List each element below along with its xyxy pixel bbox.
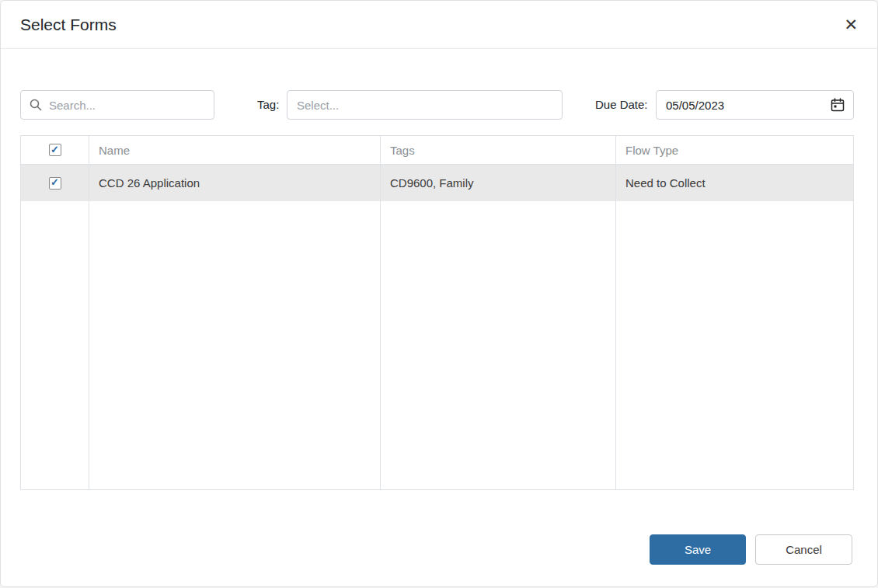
due-date-input[interactable]: [656, 90, 854, 120]
row-checkbox[interactable]: ✓: [49, 177, 61, 190]
table-header-row: ✓ Name Tags Flow Type: [21, 136, 853, 165]
cancel-button[interactable]: Cancel: [755, 534, 852, 565]
row-name-cell: CCD 26 Application: [89, 165, 381, 201]
close-button[interactable]: ✕: [844, 1, 858, 49]
row-flow-type-cell: Need to Collect: [616, 165, 853, 201]
column-header-name: Name: [89, 136, 381, 164]
due-date-label: Due Date:: [595, 90, 648, 120]
row-checkbox-cell: ✓: [21, 165, 89, 201]
dialog-header: Select Forms ✕: [1, 1, 877, 49]
save-button[interactable]: Save: [650, 534, 746, 565]
check-icon: ✓: [51, 144, 59, 155]
dialog-title: Select Forms: [20, 1, 117, 49]
column-header-tags: Tags: [381, 136, 616, 164]
column-header-flow-type: Flow Type: [616, 136, 853, 164]
search-input[interactable]: [20, 90, 214, 120]
tag-select-input[interactable]: [287, 90, 563, 120]
close-icon: ✕: [844, 16, 858, 34]
table-empty-area: [21, 201, 853, 489]
check-icon: ✓: [51, 177, 59, 187]
search-field-wrap: [20, 90, 214, 120]
row-tags-cell: CD9600, Family: [381, 165, 616, 201]
tag-label: Tag:: [257, 90, 279, 120]
filter-bar: Tag: Due Date:: [1, 90, 877, 120]
header-checkbox-cell: ✓: [21, 136, 89, 164]
calendar-icon[interactable]: [831, 98, 845, 112]
table-row[interactable]: ✓ CCD 26 Application CD9600, Family Need…: [21, 165, 853, 201]
select-forms-dialog: Select Forms ✕ Tag: Due Date:: [0, 0, 878, 587]
select-all-checkbox[interactable]: ✓: [49, 144, 61, 156]
forms-table: ✓ Name Tags Flow Type ✓ CCD 26 Applicati…: [20, 135, 854, 490]
due-date-field-wrap: [656, 90, 854, 120]
